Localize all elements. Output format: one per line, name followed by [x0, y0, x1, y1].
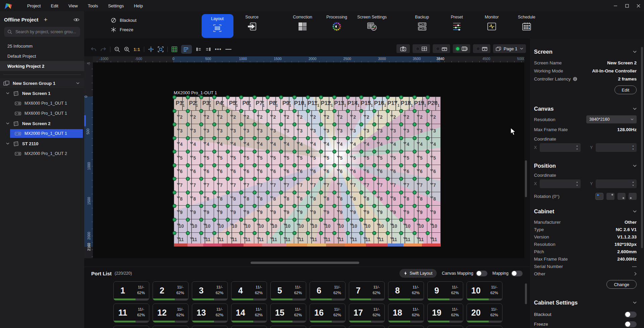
- spinner-arrows-icon[interactable]: ▲▼: [632, 144, 634, 151]
- cabinet-cell[interactable]: 7: [401, 178, 414, 192]
- mapping-toggle[interactable]: [511, 271, 523, 276]
- cabinet-cell[interactable]: 6: [214, 165, 227, 179]
- cabinet-cell[interactable]: 9: [361, 206, 374, 219]
- port-item[interactable]: 3011/-62%: [467, 326, 502, 328]
- port-item[interactable]: 111/-62%: [113, 281, 149, 300]
- fit-button[interactable]: [158, 45, 164, 54]
- cabinet-cell[interactable]: 7: [201, 178, 214, 192]
- cabinet-cell[interactable]: 4: [227, 138, 241, 152]
- cabinet-cell[interactable]: 3: [308, 124, 321, 138]
- port-item[interactable]: 2011/-62%: [467, 304, 502, 323]
- chevron-down-icon[interactable]: [76, 82, 79, 84]
- cabinet-cell[interactable]: 2: [201, 111, 214, 124]
- blackout-toggle[interactable]: [625, 312, 637, 318]
- cabinet-cell[interactable]: 7: [267, 178, 281, 192]
- screenshot-camera-button[interactable]: [396, 44, 410, 53]
- canvas-vertical-scrollbar[interactable]: [525, 160, 527, 197]
- cabinet-cell[interactable]: 9: [174, 206, 187, 219]
- port-item[interactable]: 1411/-62%: [231, 304, 267, 323]
- cabinet-cell[interactable]: 8: [321, 192, 334, 206]
- cabinet-cell[interactable]: 9: [254, 206, 268, 219]
- cabinet-cell[interactable]: 5: [254, 151, 268, 165]
- cabinet-cell[interactable]: P41: [214, 97, 227, 111]
- cabinet-cell[interactable]: 3: [414, 124, 428, 138]
- cabinet-cell[interactable]: 8: [308, 192, 321, 206]
- cabinet-cell[interactable]: 2: [254, 111, 268, 124]
- cabinet-cell[interactable]: 4: [214, 138, 227, 152]
- cabinet-cell[interactable]: 8: [174, 192, 187, 206]
- cabinet-cell[interactable]: 7: [374, 178, 387, 192]
- cabinet-cell[interactable]: 3: [174, 124, 187, 138]
- port-item[interactable]: 1311/-62%: [192, 304, 228, 323]
- tab-correction[interactable]: Correction: [284, 15, 321, 31]
- cabinet-cell[interactable]: 9: [308, 206, 321, 219]
- menu-tools[interactable]: Tools: [88, 3, 98, 8]
- cabinet-cell[interactable]: 8: [214, 192, 227, 206]
- film-view-toggle-button[interactable]: [473, 44, 490, 53]
- cabinet-cell[interactable]: 10: [281, 219, 294, 233]
- cabinet-cell[interactable]: 8: [254, 192, 268, 206]
- cabinet-cell[interactable]: 2: [241, 111, 254, 124]
- cabinet-cell[interactable]: 7: [187, 178, 201, 192]
- minimize-button[interactable]: [610, 0, 621, 11]
- rotation-180-button[interactable]: [618, 193, 626, 200]
- screen-section-header[interactable]: Screen: [534, 48, 637, 55]
- cabinet-cell[interactable]: 6: [387, 165, 401, 179]
- cabinet-cell[interactable]: 6: [321, 165, 334, 179]
- cabinet-cell[interactable]: 6: [308, 165, 321, 179]
- tab-backup[interactable]: Backup: [404, 15, 440, 31]
- cabinet-cell[interactable]: 9: [281, 206, 294, 219]
- cabinet-cell[interactable]: 10: [201, 219, 214, 233]
- cabinet-cell[interactable]: 8: [427, 192, 441, 206]
- cabinet-cell[interactable]: 6: [334, 165, 347, 179]
- cabinet-cell[interactable]: 8: [347, 192, 361, 206]
- cabinet-cell[interactable]: 10: [227, 219, 241, 233]
- cabinet-cell[interactable]: 8: [387, 192, 401, 206]
- cabinet-cell[interactable]: 4: [387, 138, 401, 152]
- cabinet-cell[interactable]: 7: [214, 178, 227, 192]
- spinner-arrows-icon[interactable]: ▲▼: [576, 144, 578, 151]
- cabinet-cell[interactable]: 7: [387, 178, 401, 192]
- cabinet-cell[interactable]: 10: [374, 219, 387, 233]
- zoom-1to1-button[interactable]: 1:1: [133, 45, 140, 54]
- port-item[interactable]: 811/-62%: [388, 281, 424, 300]
- cabinet-view-toggle-button[interactable]: [453, 44, 470, 53]
- tab-layout[interactable]: Layout: [202, 14, 233, 38]
- visibility-eye-icon[interactable]: [73, 18, 79, 22]
- cabinet-cell[interactable]: P161: [374, 97, 387, 111]
- canvas-mapping-toggle[interactable]: [476, 271, 487, 276]
- port-item[interactable]: 211/-62%: [153, 281, 189, 300]
- cabinet-cell[interactable]: 5: [281, 151, 294, 165]
- cabinet-cell[interactable]: 10: [254, 219, 268, 233]
- port-item[interactable]: 411/-62%: [231, 281, 267, 300]
- panel-scrollbar[interactable]: [641, 47, 643, 248]
- cabinet-cell[interactable]: 6: [374, 165, 387, 179]
- cabinet-cell[interactable]: 7: [361, 178, 374, 192]
- cabinet-cell[interactable]: 9: [427, 206, 441, 219]
- cabinet-cell[interactable]: 10: [214, 219, 227, 233]
- port-item[interactable]: 1211/-62%: [153, 304, 189, 323]
- cabinet-cell[interactable]: P101: [294, 97, 308, 111]
- cabinet-cell[interactable]: 7: [427, 178, 441, 192]
- tree-screen-item[interactable]: New Screen 2: [0, 118, 84, 128]
- clapperboard-toggle-button[interactable]: [433, 44, 450, 53]
- port-item[interactable]: 1111/-62%: [113, 304, 149, 323]
- port-item[interactable]: 2211/-62%: [153, 326, 189, 328]
- cabinet-cell[interactable]: 3: [214, 124, 227, 138]
- cabinet-cell[interactable]: 4: [308, 138, 321, 152]
- cabinet-cell[interactable]: 6: [241, 165, 254, 179]
- cabinet-cell[interactable]: 4: [281, 138, 294, 152]
- align-left-button[interactable]: [196, 45, 202, 54]
- cabinet-cell[interactable]: 9: [187, 206, 201, 219]
- cabinet-cell[interactable]: 2: [227, 111, 241, 124]
- cabinet-cell[interactable]: P81: [267, 97, 281, 111]
- canvas-viewport[interactable]: MX2000 Pro_1-OUT 1 P11P21P31P41P51P61P71…: [93, 62, 524, 258]
- cabinet-cell[interactable]: 5: [308, 151, 321, 165]
- port-item[interactable]: 2111/-62%: [113, 326, 149, 328]
- cabinet-cell[interactable]: 5: [187, 151, 201, 165]
- spinner-arrows-icon[interactable]: ▲▼: [576, 180, 578, 187]
- cabinet-cell[interactable]: P121: [321, 97, 334, 111]
- cabinet-cell[interactable]: 8: [281, 192, 294, 206]
- cabinet-cell[interactable]: 9: [267, 206, 281, 219]
- cabinet-cell[interactable]: P191: [414, 97, 428, 111]
